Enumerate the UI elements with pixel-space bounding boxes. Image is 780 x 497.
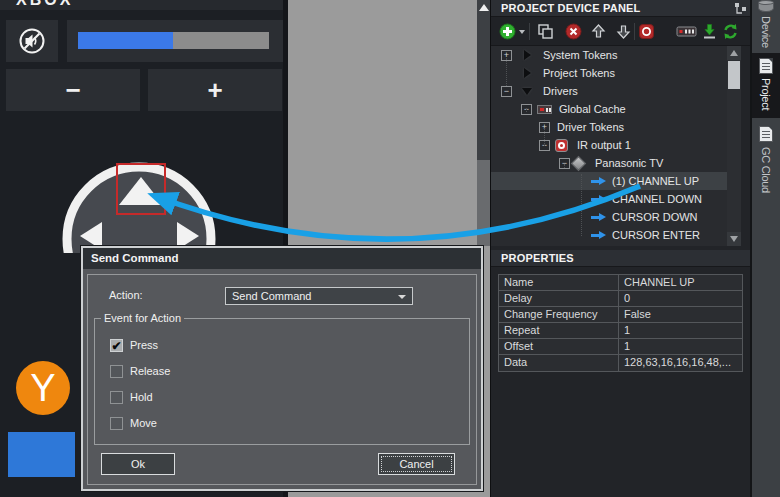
move-checkbox[interactable] [110, 417, 123, 430]
panel-menu-icon[interactable] [734, 2, 747, 15]
property-name: Delay [499, 291, 619, 306]
cancel-button[interactable]: Cancel [378, 453, 455, 475]
mute-icon [19, 28, 45, 54]
property-value[interactable]: 1 [619, 339, 742, 354]
tree-item-drivers[interactable]: −Drivers [491, 82, 727, 100]
tab-gc-cloud[interactable]: GC Cloud [760, 147, 772, 193]
tree-item-system-tokens[interactable]: +System Tokens [491, 46, 727, 64]
tree-item--1-channel-up[interactable]: (1) CHANNEL UP [491, 172, 727, 190]
driver-diamond-icon [571, 156, 587, 172]
volume-track[interactable] [78, 32, 269, 49]
property-row-delay: Delay0 [499, 291, 742, 307]
selection-highlight-box [116, 163, 166, 215]
tree-item-label: CURSOR DOWN [612, 211, 698, 223]
tree-item-channel-down[interactable]: CHANNEL DOWN [491, 190, 727, 208]
ir-output-icon [555, 139, 568, 152]
command-arrow-icon [591, 231, 606, 240]
command-arrow-icon [591, 195, 606, 204]
download-icon[interactable] [701, 23, 718, 40]
dialog-title-bar[interactable]: Send Command [83, 248, 481, 269]
tree-item-label: Panasonic TV [595, 157, 663, 169]
action-label: Action: [109, 289, 143, 301]
device-tree: +System TokensProject Tokens−Drivers−Glo… [491, 46, 727, 246]
tree-item-driver-tokens[interactable]: +Driver Tokens [491, 118, 727, 136]
checkbox-label: Hold [130, 391, 153, 403]
chevron-down-icon [398, 295, 406, 299]
scroll-down-icon [730, 236, 738, 242]
property-name: Change Frequency [499, 307, 619, 322]
command-arrow-icon [591, 213, 606, 222]
property-row-repeat: Repeat1 [499, 323, 742, 339]
tree-scrollbar[interactable] [727, 46, 741, 246]
tree-scrollbar-thumb[interactable] [728, 61, 740, 89]
tree-item-label: Global Cache [559, 103, 626, 115]
refresh-icon[interactable] [722, 23, 739, 40]
property-row-name: NameCHANNEL UP [499, 275, 742, 291]
press-checkbox[interactable]: ✔ [110, 339, 123, 352]
checkbox-label: Release [130, 365, 170, 377]
property-value[interactable]: 128,63,16,16,16,48,... [619, 355, 742, 371]
property-row-data: Data128,63,16,16,16,48,... [499, 355, 742, 371]
volume-fill [78, 32, 173, 49]
y-button[interactable]: Y [16, 361, 70, 415]
canvas-scrollbar-track[interactable] [477, 160, 490, 246]
volume-slider[interactable] [67, 20, 283, 62]
tree-item-label: Driver Tokens [557, 121, 624, 133]
device-title: XBOX [16, 0, 73, 9]
move-down-icon[interactable] [615, 23, 632, 40]
send-command-dialog: Send Command Action: Send Command Event … [81, 246, 483, 491]
tree-item-label: Project Tokens [543, 67, 615, 79]
tree-item-label: Drivers [543, 85, 578, 97]
hold-checkbox[interactable] [110, 391, 123, 404]
device-panel-toolbar [491, 17, 751, 46]
property-row-change-frequency: Change FrequencyFalse [499, 307, 742, 323]
device-title-bar: XBOX [0, 0, 283, 10]
ok-button[interactable]: Ok [101, 453, 175, 475]
release-checkbox[interactable] [110, 365, 123, 378]
volume-up-button[interactable]: + [148, 69, 282, 111]
project-device-panel-header: PROJECT DEVICE PANEL [491, 0, 751, 17]
property-row-offset: Offset1 [499, 339, 742, 355]
tree-item-project-tokens[interactable]: Project Tokens [491, 64, 727, 82]
properties-table: NameCHANNEL UPDelay0Change FrequencyFals… [498, 274, 743, 372]
mute-button[interactable] [6, 20, 58, 62]
scroll-up-icon[interactable] [479, 4, 489, 11]
global-cache-device-icon [537, 105, 552, 114]
tree-item-cursor-enter[interactable]: CURSOR ENTER [491, 226, 727, 244]
expanded-arrow-icon [522, 88, 532, 95]
scroll-down-button[interactable] [727, 232, 741, 246]
delete-icon[interactable] [565, 23, 582, 40]
property-value[interactable]: CHANNEL UP [619, 275, 742, 290]
copy-icon[interactable] [537, 23, 554, 40]
properties-title: PROPERTIES [501, 252, 574, 264]
document-icon[interactable] [759, 126, 773, 142]
collapse-icon[interactable]: − [501, 86, 512, 97]
properties-header: PROPERTIES [491, 250, 751, 267]
record-icon[interactable] [638, 23, 655, 40]
property-value[interactable]: 0 [619, 291, 742, 306]
blue-button[interactable] [8, 432, 75, 477]
dialog-title: Send Command [91, 252, 179, 264]
device-icon[interactable] [676, 23, 697, 40]
property-name: Repeat [499, 323, 619, 338]
checkbox-label: Move [130, 417, 157, 429]
tree-item-label: (1) CHANNEL UP [612, 175, 699, 187]
tree-item-cursor-down[interactable]: CURSOR DOWN [491, 208, 727, 226]
tree-item-ir-output-1[interactable]: −IR output 1 [491, 136, 727, 154]
volume-down-button[interactable]: − [6, 69, 140, 111]
add-icon[interactable] [499, 23, 516, 40]
tab-device[interactable]: Device [760, 16, 772, 48]
move-up-icon[interactable] [590, 23, 607, 40]
property-value[interactable]: 1 [619, 323, 742, 338]
scroll-up-button[interactable] [727, 46, 741, 60]
tab-project[interactable]: Project [752, 53, 780, 118]
property-name: Data [499, 355, 619, 371]
property-value[interactable]: False [619, 307, 742, 322]
action-value: Send Command [232, 290, 312, 302]
device-cylinder-icon[interactable] [758, 0, 774, 13]
tree-item-panasonic-tv[interactable]: −Panasonic TV [491, 154, 727, 172]
checkbox-label: Press [130, 339, 158, 351]
document-icon [759, 58, 773, 74]
action-dropdown[interactable]: Send Command [225, 287, 413, 305]
add-dropdown-icon[interactable] [519, 30, 525, 34]
